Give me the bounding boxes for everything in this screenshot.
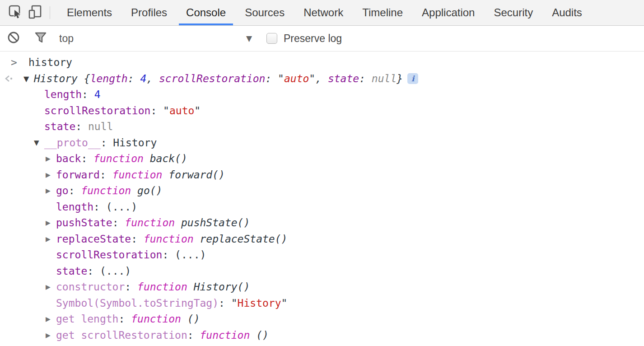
console-token-fni: () xyxy=(187,313,200,325)
console-token-dimname: get length xyxy=(56,313,118,325)
console-token-name: state xyxy=(44,121,75,132)
console-token-plain: : xyxy=(82,89,94,100)
console-property-row: ▼__proto__: History xyxy=(0,135,644,151)
console-property-row: ▶go: function go() xyxy=(0,183,644,199)
console-token-dimname: constructor xyxy=(56,281,125,293)
console-token-plain: , xyxy=(315,73,328,84)
tab-audits[interactable]: Audits xyxy=(542,0,592,25)
console-output: >history▼History {length: 4, scrollResto… xyxy=(0,51,644,343)
console-token-name: scrollRestoration xyxy=(159,73,265,84)
disclosure-triangle-right-icon[interactable]: ▶ xyxy=(46,151,51,167)
console-prompt-icon: > xyxy=(11,55,17,71)
console-token-plain xyxy=(181,313,187,325)
console-token-dimname: __proto__ xyxy=(44,137,101,149)
console-token-fni: go() xyxy=(137,185,162,196)
console-token-plain xyxy=(162,169,168,181)
console-token-plain: : xyxy=(128,73,140,84)
tab-application[interactable]: Application xyxy=(412,0,484,25)
console-token-plain: " xyxy=(278,73,284,84)
console-token-name: go xyxy=(56,185,69,196)
console-token-plain: , xyxy=(146,73,159,84)
tab-elements[interactable]: Elements xyxy=(57,0,121,25)
tab-profiles[interactable]: Profiles xyxy=(121,0,177,25)
filter-button[interactable] xyxy=(34,31,47,46)
console-token-plain: " xyxy=(194,105,201,117)
console-token-dimname: Symbol(Symbol.toStringTag) xyxy=(56,297,219,309)
console-property-row: ▶pushState: function pushState() xyxy=(0,215,644,231)
console-token-plain: : xyxy=(87,265,100,277)
console-property-row: ▶constructor: function History() xyxy=(0,279,644,295)
console-token-plain: : xyxy=(265,73,278,84)
console-property-row: ▶forward: function forward() xyxy=(0,167,644,183)
disclosure-triangle-down-icon[interactable]: ▼ xyxy=(34,135,39,151)
devtools-tab-bar: ElementsProfilesConsoleSourcesNetworkTim… xyxy=(0,0,644,26)
console-token-plain: : xyxy=(187,329,200,341)
console-token-kw: function xyxy=(93,153,144,164)
console-token-plain: : xyxy=(69,185,81,196)
disclosure-triangle-right-icon[interactable]: ▶ xyxy=(46,327,51,344)
invoke-getter[interactable]: (...) xyxy=(175,249,206,261)
inspect-element-button[interactable] xyxy=(5,0,25,25)
console-property-row: state: null xyxy=(0,119,644,135)
tab-console[interactable]: Console xyxy=(177,0,235,25)
console-token-plain: " xyxy=(163,105,169,117)
panel-tabs: ElementsProfilesConsoleSourcesNetworkTim… xyxy=(57,0,592,25)
console-token-kw: function xyxy=(112,169,163,181)
info-icon[interactable]: i xyxy=(407,73,418,84)
console-token-kw: function xyxy=(81,185,131,196)
console-input-echo-row: >history xyxy=(0,55,644,71)
console-token-plain: : xyxy=(100,169,112,181)
preserve-log-checkbox[interactable] xyxy=(266,33,277,44)
tab-network[interactable]: Network xyxy=(294,0,353,25)
console-token-plain: : xyxy=(93,201,106,213)
console-token-fni: back() xyxy=(150,153,187,164)
disclosure-triangle-right-icon[interactable]: ▶ xyxy=(46,183,51,199)
tab-timeline[interactable]: Timeline xyxy=(353,0,412,25)
console-token-plain xyxy=(144,153,150,164)
console-toolbar: top ▼ Preserve log xyxy=(0,26,644,51)
console-property-row: scrollRestoration: (...) xyxy=(0,247,644,263)
disclosure-triangle-right-icon[interactable]: ▶ xyxy=(46,215,51,231)
console-token-plain: : xyxy=(101,137,113,149)
invoke-getter[interactable]: (...) xyxy=(100,265,131,277)
clear-console-button[interactable] xyxy=(7,31,20,46)
console-token-name: length xyxy=(44,89,82,100)
console-token-null: null xyxy=(372,73,397,84)
disclosure-triangle-right-icon[interactable]: ▶ xyxy=(46,279,51,295)
console-token-plain: : xyxy=(131,233,144,245)
tab-sources[interactable]: Sources xyxy=(235,0,294,25)
console-token-name: replaceState xyxy=(56,233,131,245)
toolbar-divider xyxy=(50,6,50,19)
invoke-getter[interactable]: (...) xyxy=(106,201,137,213)
disclosure-triangle-right-icon[interactable]: ▶ xyxy=(46,311,51,327)
disclosure-triangle-down-icon[interactable]: ▼ xyxy=(23,71,29,87)
clear-console-icon xyxy=(7,37,20,45)
console-token-plain xyxy=(175,217,181,229)
disclosure-triangle-right-icon[interactable]: ▶ xyxy=(46,231,51,248)
preserve-log-label[interactable]: Preserve log xyxy=(284,33,342,45)
console-token-plain: History xyxy=(113,137,157,149)
console-token-dimname: get scrollRestoration xyxy=(56,329,187,341)
toggle-device-toolbar-button[interactable] xyxy=(25,0,45,25)
console-token-null: null xyxy=(88,121,113,132)
console-token-kw: function xyxy=(137,281,187,293)
console-token-plain: " xyxy=(309,73,315,84)
console-token-plain: : xyxy=(125,281,137,293)
chevron-down-icon[interactable]: ▼ xyxy=(246,34,252,43)
console-token-plain: " xyxy=(231,297,238,309)
execution-context-selector[interactable]: top xyxy=(59,33,74,45)
console-token-plain: History { xyxy=(34,73,90,84)
console-token-str: History xyxy=(238,297,281,309)
tab-security[interactable]: Security xyxy=(484,0,542,25)
console-token-name: length xyxy=(90,73,128,84)
console-token-plain: : xyxy=(150,105,163,117)
console-token-plain: : xyxy=(112,217,125,229)
disclosure-triangle-right-icon[interactable]: ▶ xyxy=(46,167,51,183)
console-token-name: forward xyxy=(56,169,100,181)
console-property-row: Symbol(Symbol.toStringTag): "History" xyxy=(0,295,644,312)
console-token-fni: forward() xyxy=(168,169,225,181)
console-token-name: state xyxy=(328,73,359,84)
console-token-kw: function xyxy=(131,313,181,325)
console-token-num: 4 xyxy=(140,73,146,84)
console-result-row: ▼History {length: 4, scrollRestoration: … xyxy=(0,71,644,87)
